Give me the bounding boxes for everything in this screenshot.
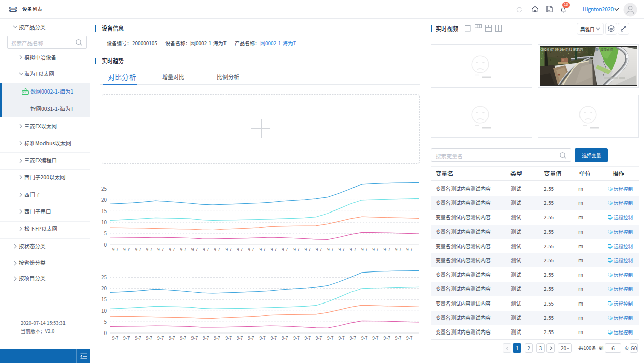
svg-text:20: 20	[101, 284, 107, 292]
svg-text:9-7: 9-7	[259, 246, 266, 252]
svg-text:9-7: 9-7	[305, 246, 311, 252]
svg-text:9-7: 9-7	[361, 246, 368, 252]
svg-text:9-7: 9-7	[384, 335, 391, 341]
svg-text:9-7: 9-7	[157, 335, 164, 341]
svg-text:9-7: 9-7	[316, 335, 323, 341]
svg-text:9-7: 9-7	[282, 335, 288, 341]
svg-text:9-7: 9-7	[406, 335, 413, 341]
svg-text:15: 15	[101, 295, 107, 303]
svg-text:9-7: 9-7	[372, 335, 379, 341]
svg-text:9-7: 9-7	[169, 246, 175, 252]
svg-text:9-7: 9-7	[112, 246, 119, 252]
svg-text:20: 20	[101, 196, 107, 203]
svg-text:2020-07-09 16:47:31 星期四: 2020-07-09 16:47:31 星期四	[541, 47, 583, 52]
svg-text:9-7: 9-7	[135, 246, 141, 252]
svg-text:9-7: 9-7	[203, 335, 209, 341]
svg-text:9-7: 9-7	[327, 335, 334, 341]
svg-text:9-7: 9-7	[305, 335, 311, 341]
svg-text:9-7: 9-7	[395, 246, 402, 252]
svg-text:9-7: 9-7	[293, 335, 300, 341]
svg-text:9-7: 9-7	[123, 246, 130, 252]
svg-text:通道4 海康威视: 通道4 海康威视	[592, 47, 613, 52]
svg-text:9-7: 9-7	[384, 246, 391, 252]
svg-text:9-7: 9-7	[259, 335, 266, 341]
svg-text:25: 25	[101, 273, 107, 281]
svg-text:9-7: 9-7	[123, 335, 130, 341]
svg-text:9-7: 9-7	[395, 335, 402, 341]
svg-text:9-7: 9-7	[180, 246, 187, 252]
svg-text:9-7: 9-7	[203, 246, 209, 252]
svg-text:9-7: 9-7	[157, 246, 164, 252]
svg-text:9-7: 9-7	[226, 335, 232, 341]
svg-text:5: 5	[104, 318, 107, 325]
svg-text:9-7: 9-7	[214, 335, 220, 341]
svg-text:9-7: 9-7	[180, 335, 187, 341]
svg-text:9-7: 9-7	[361, 335, 368, 341]
svg-text:9-7: 9-7	[248, 246, 254, 252]
svg-text:9-7: 9-7	[135, 335, 141, 341]
svg-text:9-7: 9-7	[372, 246, 379, 252]
svg-text:9-7: 9-7	[338, 246, 345, 252]
svg-text:9-7: 9-7	[146, 335, 153, 341]
svg-text:9-7: 9-7	[237, 335, 243, 341]
svg-text:9-7: 9-7	[191, 335, 198, 341]
svg-text:15: 15	[101, 207, 107, 215]
svg-text:9-7: 9-7	[350, 246, 357, 252]
svg-text:10: 10	[101, 218, 107, 226]
svg-text:9-7: 9-7	[338, 335, 345, 341]
svg-text:9-7: 9-7	[271, 246, 277, 252]
svg-text:0: 0	[104, 329, 107, 337]
svg-text:9-7: 9-7	[350, 335, 357, 341]
svg-text:9-7: 9-7	[316, 246, 323, 252]
svg-text:9-7: 9-7	[226, 246, 232, 252]
svg-text:9-7: 9-7	[406, 246, 413, 252]
svg-text:9-7: 9-7	[293, 246, 300, 252]
svg-text:0: 0	[104, 240, 107, 248]
svg-text:9-7: 9-7	[191, 246, 198, 252]
svg-text:9-7: 9-7	[327, 246, 334, 252]
svg-text:9-7: 9-7	[248, 335, 254, 341]
svg-text:25: 25	[101, 185, 107, 192]
svg-text:5: 5	[104, 229, 107, 237]
svg-text:9-7: 9-7	[271, 335, 277, 341]
svg-text:9-7: 9-7	[146, 246, 153, 252]
svg-text:9-7: 9-7	[282, 246, 288, 252]
svg-text:9-7: 9-7	[169, 335, 175, 341]
svg-text:9-7: 9-7	[237, 246, 243, 252]
svg-text:9-7: 9-7	[214, 246, 220, 252]
svg-text:10: 10	[101, 307, 107, 314]
svg-text:9-7: 9-7	[112, 335, 119, 341]
